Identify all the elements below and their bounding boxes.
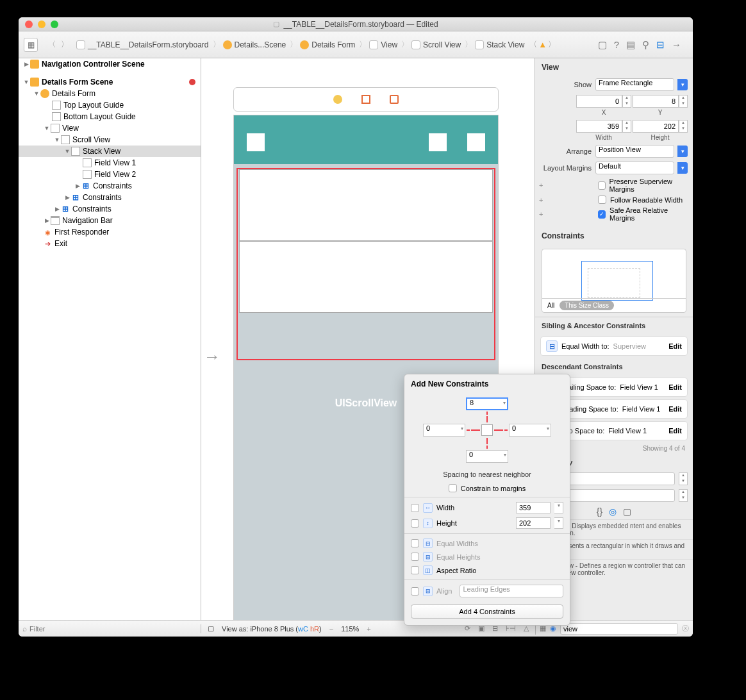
connections-inspector-tab[interactable]: →: [672, 39, 681, 50]
priority-stepper-1[interactable]: ▲▼: [679, 472, 688, 485]
preserve-superview-margins-checkbox[interactable]: [598, 181, 606, 190]
x-field[interactable]: [576, 95, 622, 108]
zoom-in-button[interactable]: +: [367, 625, 370, 633]
align-select[interactable]: Leading Edges: [460, 585, 563, 597]
crumb-view[interactable]: View〉: [369, 39, 410, 50]
close-window-button[interactable]: [25, 21, 33, 28]
outline-item-first-responder[interactable]: First Responder: [54, 228, 109, 237]
outline-item-scrollview[interactable]: Scroll View: [72, 135, 110, 144]
clear-filter-button[interactable]: ⓧ: [682, 624, 689, 633]
edit-constraint-button[interactable]: Edit: [668, 342, 682, 350]
x-stepper[interactable]: ▲▼: [622, 95, 631, 108]
follow-readable-width-checkbox[interactable]: [598, 196, 606, 204]
tab-this-size-class[interactable]: This Size Class: [560, 301, 614, 310]
pin-left-strut[interactable]: [471, 429, 480, 431]
pin-top-strut[interactable]: [486, 416, 488, 422]
library-tab-objects[interactable]: ◎: [609, 506, 617, 517]
outline-item-constraints-scroll[interactable]: Constraints: [83, 193, 122, 202]
height-stepper[interactable]: ▲▼: [679, 120, 688, 133]
outline-item-detailsform[interactable]: Details Form: [52, 89, 95, 98]
file-inspector-tab[interactable]: ▢: [598, 39, 607, 51]
zoom-out-button[interactable]: −: [329, 625, 333, 633]
outline-item-constraints-view[interactable]: Constraints: [72, 204, 112, 213]
zoom-level[interactable]: 115%: [341, 625, 359, 633]
disclosure-icon[interactable]: ▶: [22, 61, 30, 67]
pin-left-field[interactable]: 0▾: [423, 424, 465, 437]
width-stepper[interactable]: ▲▼: [622, 120, 631, 133]
equal-widths-checkbox[interactable]: [411, 539, 419, 547]
crumb-scrollview[interactable]: Scroll View〉: [411, 39, 474, 50]
outline-item-constraints-stack[interactable]: Constraints: [93, 181, 132, 190]
safe-area-relative-margins-checkbox[interactable]: ✓: [598, 210, 606, 219]
constraints-diagram[interactable]: AllThis Size Class: [542, 249, 686, 313]
library-tab-code[interactable]: {}: [597, 506, 602, 517]
outline-item-navbar[interactable]: Navigation Bar: [62, 216, 113, 225]
outline-item-fieldview1[interactable]: Field View 1: [94, 158, 136, 167]
document-outline[interactable]: ▶Navigation Controller Scene ▼Details Fo…: [19, 58, 201, 620]
width-checkbox[interactable]: [411, 504, 419, 512]
outline-scene-details[interactable]: Details Form Scene: [42, 78, 113, 87]
edit-constraint-button[interactable]: Edit: [668, 427, 682, 435]
outline-item-bottom-guide[interactable]: Bottom Layout Guide: [63, 112, 136, 121]
dropdown-icon[interactable]: ▾: [677, 146, 688, 157]
layout-margins-select[interactable]: Default: [595, 162, 674, 174]
crumb-stackview[interactable]: Stack View: [475, 40, 524, 49]
crumb-controller[interactable]: Details Form〉: [300, 39, 368, 50]
size-inspector-tab[interactable]: ⊟: [656, 39, 665, 51]
height-value-field[interactable]: [516, 517, 551, 529]
height-checkbox[interactable]: [411, 519, 419, 528]
y-stepper[interactable]: ▲▼: [679, 95, 688, 108]
outline-item-stackview[interactable]: Stack View: [83, 147, 120, 156]
field-view-1[interactable]: [239, 169, 493, 241]
width-options[interactable]: ▾: [554, 502, 563, 513]
view-as-label[interactable]: View as: iPhone 8 Plus (wC hR): [222, 625, 322, 633]
disclosure-icon[interactable]: ▼: [22, 79, 30, 85]
viewcontroller-dock-icon[interactable]: [333, 95, 342, 104]
add-variation-button[interactable]: +: [539, 181, 543, 189]
forward-button[interactable]: 〉: [58, 39, 71, 50]
outline-item-fieldview2[interactable]: Field View 2: [94, 170, 136, 179]
outline-item-view[interactable]: View: [62, 124, 79, 133]
minimize-window-button[interactable]: [38, 21, 46, 28]
first-responder-dock-icon[interactable]: [361, 95, 370, 104]
add-constraints-button[interactable]: Add 4 Constraints: [411, 604, 563, 619]
priority-stepper-2[interactable]: ▲▼: [679, 489, 688, 502]
pin-right-strut[interactable]: [494, 429, 503, 431]
dropdown-icon[interactable]: ▾: [677, 162, 688, 174]
align-checkbox[interactable]: [411, 587, 419, 596]
identity-inspector-tab[interactable]: ▤: [626, 39, 635, 51]
y-field[interactable]: [633, 95, 679, 108]
outline-item-exit[interactable]: Exit: [54, 239, 67, 248]
device-select-button[interactable]: ▢: [208, 624, 214, 633]
edit-constraint-button[interactable]: Edit: [668, 383, 682, 391]
outline-filter-input[interactable]: [29, 625, 197, 633]
library-tab-media[interactable]: ▢: [623, 506, 631, 517]
quick-help-tab[interactable]: ?: [614, 39, 619, 50]
width-field[interactable]: [576, 120, 622, 133]
scene-dock[interactable]: [233, 87, 499, 112]
pin-bottom-strut[interactable]: [486, 438, 488, 444]
crumb-scene-group[interactable]: Details...Scene〉: [223, 39, 299, 50]
dropdown-icon[interactable]: ▾: [677, 79, 688, 90]
constraint-equal-width[interactable]: ⊟Equal Width to:SuperviewEdit: [540, 337, 688, 356]
pin-bottom-field[interactable]: 0▾: [466, 450, 508, 463]
crumb-prev-arrow[interactable]: 〈: [529, 39, 537, 50]
show-select[interactable]: Frame Rectangle: [595, 78, 674, 91]
outline-scene-nav[interactable]: Navigation Controller Scene: [42, 60, 145, 69]
aspect-ratio-checkbox[interactable]: [411, 566, 419, 574]
constrain-to-margins-checkbox[interactable]: [449, 484, 457, 492]
warning-icon[interactable]: ▲: [538, 40, 547, 49]
arrange-select[interactable]: Position View: [595, 145, 674, 158]
related-items-button[interactable]: ▦: [24, 38, 38, 52]
field-view-2[interactable]: [239, 241, 493, 313]
attributes-inspector-tab[interactable]: ⚲: [642, 39, 649, 51]
width-value-field[interactable]: [516, 502, 551, 513]
edit-constraint-button[interactable]: Edit: [668, 405, 682, 413]
add-variation-button[interactable]: +: [539, 210, 543, 218]
height-field[interactable]: [633, 120, 679, 133]
pin-top-field[interactable]: 8▾: [466, 397, 508, 410]
back-button[interactable]: 〈: [46, 39, 58, 50]
crumb-next-arrow[interactable]: 〉: [548, 39, 556, 50]
equal-heights-checkbox[interactable]: [411, 553, 419, 561]
tab-all[interactable]: All: [547, 302, 554, 309]
